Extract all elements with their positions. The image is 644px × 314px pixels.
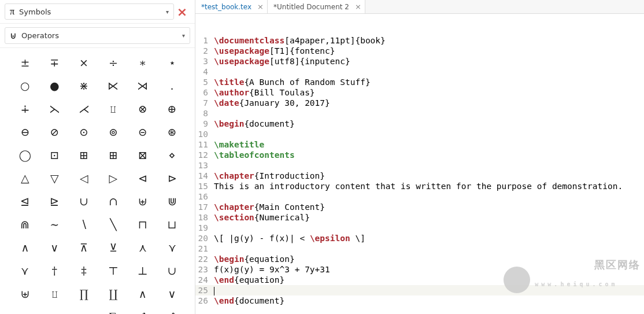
symbol-cell[interactable]: ⊗ (69, 308, 99, 314)
symbol-cell[interactable]: ⊕ (40, 308, 69, 314)
symbol-cell[interactable]: ⋒ (10, 216, 40, 233)
symbol-cell[interactable]: ⋎ (157, 239, 187, 256)
symbol-cell[interactable]: ⋉ (98, 77, 128, 94)
code-line[interactable]: 9\begin{document} (195, 119, 644, 129)
symbol-cell[interactable]: ○ (10, 77, 40, 94)
symbol-cell[interactable]: ⋓ (157, 193, 187, 210)
symbol-cell[interactable]: ∗ (128, 54, 157, 71)
symbol-cell[interactable]: × (69, 54, 99, 71)
symbol-cell[interactable]: ∐ (98, 285, 128, 302)
symbol-cell[interactable]: ╲ (98, 216, 128, 233)
code-line[interactable]: 17\chapter{Main Content} (195, 202, 644, 212)
code-line[interactable]: 25 (195, 285, 644, 295)
symbol-cell[interactable]: ‡ (69, 262, 99, 279)
symbol-cell[interactable]: ∫ (128, 308, 157, 314)
symbol-cell[interactable]: ∧ (128, 285, 157, 302)
close-icon[interactable]: × (355, 2, 361, 11)
symbol-cell[interactable]: ± (10, 54, 40, 71)
code-line[interactable]: 5\title{A Bunch of Random Stuff} (195, 77, 644, 87)
symbol-cell[interactable]: ◯ (10, 146, 40, 164)
close-icon[interactable]: × (257, 2, 264, 11)
code-line[interactable]: 26\end{document} (195, 295, 644, 306)
symbol-cell[interactable]: ÷ (98, 54, 128, 71)
symbol-cell[interactable]: ⊎ (10, 285, 40, 302)
symbol-cell[interactable]: ⊎ (128, 193, 157, 210)
code-line[interactable]: 3\usepackage[utf8]{inputenc} (195, 56, 644, 67)
symbol-cell[interactable]: ⊼ (69, 239, 99, 256)
code-line[interactable]: 8 (195, 108, 644, 119)
code-line[interactable]: 22\begin{equation} (195, 254, 644, 264)
code-line[interactable]: 10 (195, 129, 644, 139)
symbol-cell[interactable]: ∨ (40, 239, 69, 256)
code-line[interactable]: 18\section{Numerical} (195, 212, 644, 223)
symbol-cell[interactable]: ⊝ (128, 123, 157, 141)
symbol-cell[interactable]: ⋎ (10, 262, 40, 279)
symbol-cell[interactable]: △ (10, 169, 40, 187)
code-editor[interactable]: 1\documentclass[a4paper,11pt]{book}2\use… (195, 14, 644, 314)
code-line[interactable]: 14\chapter{Introduction} (195, 171, 644, 181)
symbol-cell[interactable]: ⊓ (128, 216, 157, 233)
code-line[interactable]: 16 (195, 191, 644, 202)
code-line[interactable]: 23f(x)g(y) = 9x^3 + 7y+31 (195, 264, 644, 275)
symbol-cell[interactable]: ⋆ (157, 54, 187, 71)
symbol-cell[interactable]: ∓ (40, 54, 69, 71)
tab[interactable]: *Untitled Document 2× (268, 0, 365, 13)
code-line[interactable]: 1\documentclass[a4paper,11pt]{book} (195, 35, 644, 46)
symbol-cell[interactable]: ∩ (98, 193, 128, 210)
symbol-cell[interactable]: ⊳ (157, 169, 187, 187)
symbol-cell[interactable]: ∼ (40, 216, 69, 233)
symbol-cell[interactable]: ⨿ (40, 285, 69, 302)
code-line[interactable]: 19 (195, 223, 644, 233)
symbol-cell[interactable]: ∨ (157, 285, 187, 302)
symbol-cell[interactable]: ⊠ (128, 146, 157, 164)
symbol-cell[interactable]: ⊖ (10, 123, 40, 141)
symbol-cell[interactable]: ⋊ (128, 77, 157, 94)
symbol-cell[interactable]: ⊛ (157, 123, 187, 141)
symbol-cell[interactable]: ⊴ (10, 193, 40, 210)
symbol-cell[interactable]: ⊙ (10, 308, 40, 314)
code-line[interactable]: 13 (195, 160, 644, 171)
symbol-cell[interactable]: ⊡ (40, 146, 69, 164)
operators-combo[interactable]: ⊎ Operators ▾ (5, 27, 190, 44)
symbol-cell[interactable]: ∖ (69, 216, 99, 233)
symbol-cell[interactable]: ⊗ (128, 100, 157, 117)
symbol-cell[interactable]: ⊻ (98, 239, 128, 256)
symbol-cell[interactable]: † (40, 262, 69, 279)
symbol-cell[interactable]: ∪ (69, 193, 99, 210)
symbol-cell[interactable]: ⋄ (157, 146, 187, 164)
symbol-cell[interactable]: ▽ (40, 169, 69, 187)
code-line[interactable]: 21 (195, 243, 644, 254)
symbol-cell[interactable]: ∑ (98, 308, 128, 314)
code-line[interactable]: 15This is an introductory content that i… (195, 181, 644, 191)
symbol-cell[interactable]: ⊞ (69, 146, 99, 164)
close-panel-icon[interactable]: × (174, 5, 190, 19)
symbol-cell[interactable]: ∔ (10, 100, 40, 117)
symbol-cell[interactable]: ∮ (157, 308, 187, 314)
symbol-cell[interactable]: . (157, 77, 187, 94)
symbols-combo[interactable]: π Symbols ▾ (5, 3, 174, 20)
symbol-cell[interactable]: ⊙ (69, 123, 99, 141)
symbol-cell[interactable]: ⊞ (98, 146, 128, 164)
symbol-cell[interactable]: ⋏ (128, 239, 157, 256)
symbol-cell[interactable]: ∏ (69, 285, 99, 302)
symbol-cell[interactable]: ⊔ (157, 216, 187, 233)
symbol-cell[interactable]: ⊘ (40, 123, 69, 141)
symbol-cell[interactable]: ∪ (157, 262, 187, 279)
symbol-cell[interactable]: ◁ (69, 169, 99, 187)
symbol-cell[interactable]: ▷ (98, 169, 128, 187)
code-line[interactable]: 20\[ |g(y) - f(x)| < \epsilon \] (195, 233, 644, 243)
tab[interactable]: *test_book.tex× (195, 0, 268, 13)
symbol-cell[interactable]: ⊵ (40, 193, 69, 210)
code-line[interactable]: 11\maketitle (195, 139, 644, 150)
code-line[interactable]: 24\end{equation} (195, 275, 644, 285)
code-line[interactable]: 7\date{January 30, 2017} (195, 98, 644, 108)
symbol-cell[interactable]: ⨿ (98, 100, 128, 117)
code-line[interactable]: 4 (195, 67, 644, 77)
symbol-cell[interactable]: ⋌ (69, 100, 99, 117)
code-line[interactable]: 2\usepackage[T1]{fontenc} (195, 46, 644, 56)
code-line[interactable]: 6\author{Bill Toulas} (195, 87, 644, 98)
symbol-cell[interactable]: ⊤ (98, 262, 128, 279)
code-line[interactable]: 12\tableofcontents (195, 150, 644, 160)
symbol-cell[interactable]: ⋇ (69, 77, 99, 94)
symbol-cell[interactable]: ⊲ (128, 169, 157, 187)
